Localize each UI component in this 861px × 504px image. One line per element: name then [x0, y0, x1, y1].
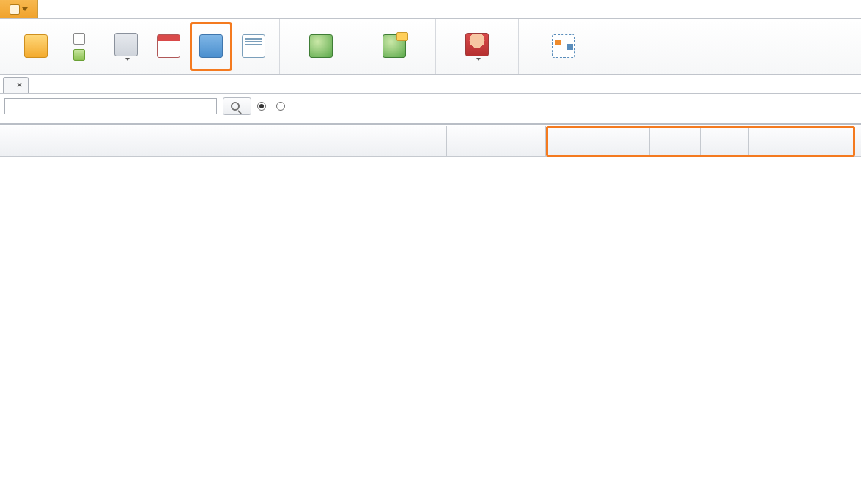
- close-icon[interactable]: ×: [17, 80, 22, 90]
- find-button[interactable]: [223, 97, 251, 115]
- app-menu-button[interactable]: [0, 0, 38, 18]
- check-icon: [73, 49, 85, 61]
- okpd2-button[interactable]: [190, 22, 232, 71]
- calendar-icon: [157, 34, 180, 58]
- app-icon: [10, 4, 20, 15]
- nmck-label: [123, 58, 130, 61]
- book-icon: [199, 34, 223, 58]
- chevron-down-icon: [125, 58, 130, 61]
- planned-button[interactable]: [73, 33, 89, 45]
- okpd-compat-button[interactable]: [523, 22, 604, 71]
- col-link-2[interactable]: [650, 126, 701, 156]
- search-icon: [231, 102, 240, 111]
- radio-search-eis[interactable]: [276, 102, 289, 111]
- notes-icon: [242, 34, 265, 58]
- supplier-check-label: [474, 58, 481, 61]
- person-icon: [465, 33, 489, 56]
- col-link-1[interactable]: [599, 126, 650, 156]
- tab-okpd2[interactable]: ×: [3, 77, 29, 93]
- col-typical-contract[interactable]: [447, 126, 546, 156]
- grid-header: [0, 126, 861, 157]
- globe-doc-icon: [383, 34, 406, 58]
- radio-icon: [257, 102, 266, 111]
- radio-icon: [276, 102, 285, 111]
- col-link-5[interactable]: [799, 126, 853, 156]
- doc-search-button[interactable]: [358, 22, 431, 71]
- nmck-button[interactable]: [105, 22, 147, 71]
- compat-icon: [552, 34, 575, 58]
- clipboard-icon: [73, 33, 85, 45]
- document-tabs: ×: [0, 75, 861, 94]
- ribbon: [0, 19, 861, 75]
- chevron-down-icon: [22, 7, 28, 11]
- data-grid: [0, 123, 861, 157]
- main-menu-bar: [0, 0, 861, 19]
- radio-search-directory[interactable]: [257, 102, 270, 111]
- calc-deadlines-button[interactable]: [147, 22, 190, 71]
- supplier-check-button[interactable]: [440, 22, 514, 71]
- folder-icon: [24, 34, 48, 58]
- ktru-button[interactable]: [232, 22, 275, 71]
- col-link-3[interactable]: [701, 126, 749, 156]
- calculator-icon: [114, 33, 138, 56]
- col-link-0[interactable]: [546, 126, 599, 156]
- col-classifier[interactable]: [0, 126, 447, 156]
- price-search-button[interactable]: [284, 22, 358, 71]
- search-input[interactable]: [4, 98, 217, 114]
- all-purchases-button[interactable]: [4, 22, 67, 71]
- done-button[interactable]: [73, 49, 89, 61]
- globe-icon: [309, 34, 333, 58]
- chevron-down-icon: [476, 58, 481, 61]
- search-bar: [0, 94, 861, 119]
- col-link-4[interactable]: [749, 126, 799, 156]
